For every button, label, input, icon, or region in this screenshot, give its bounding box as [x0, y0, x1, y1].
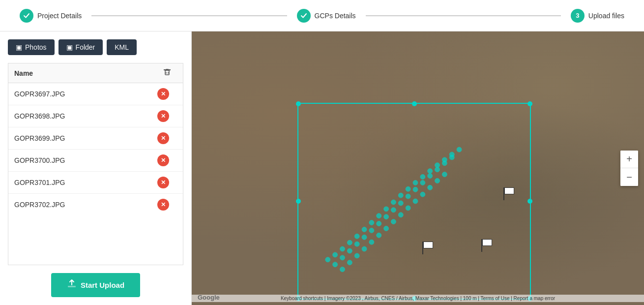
table-row: GOPR3701.JPG	[8, 172, 183, 194]
column-name-header: Name	[14, 69, 157, 77]
remove-button-5[interactable]	[157, 199, 169, 211]
google-logo: Google	[198, 294, 220, 301]
table-header: Name	[8, 63, 183, 83]
folder-label: Folder	[76, 43, 95, 51]
remove-button-0[interactable]	[157, 88, 169, 100]
step-gcps-details: GCPs Details	[297, 9, 356, 23]
stepper-header: Project Details GCPs Details 3 Upload fi…	[0, 0, 644, 31]
table-row: GOPR3698.JPG	[8, 105, 183, 127]
zoom-in-button[interactable]: +	[620, 151, 638, 168]
step-2-label: GCPs Details	[315, 12, 356, 20]
attribution-text: Keyboard shortcuts | Imagery ©2023 , Air…	[281, 296, 555, 301]
file-name: GOPR3699.JPG	[14, 134, 157, 142]
step-check-1	[20, 9, 33, 23]
kml-button[interactable]: KML	[107, 39, 137, 55]
zoom-out-button[interactable]: −	[620, 168, 638, 186]
remove-file-1[interactable]	[157, 110, 177, 122]
file-name: GOPR3698.JPG	[14, 112, 157, 120]
file-name: GOPR3697.JPG	[14, 90, 157, 98]
zoom-controls: + −	[620, 151, 638, 186]
remove-button-1[interactable]	[157, 110, 169, 122]
step-upload-files: 3 Upload files	[571, 9, 624, 23]
file-table: Name GOPR3697.JPG	[8, 63, 183, 265]
remove-file-3[interactable]	[157, 154, 177, 166]
step-3-label: Upload files	[588, 12, 624, 20]
delete-all-icon[interactable]	[157, 67, 177, 79]
remove-file-0[interactable]	[157, 88, 177, 100]
start-upload-button[interactable]: Start Upload	[51, 273, 140, 297]
table-row: GOPR3699.JPG	[8, 127, 183, 150]
remove-button-2[interactable]	[157, 132, 169, 144]
file-list: GOPR3697.JPG GOPR3698.JPG GOPR3699.JPG	[8, 83, 183, 265]
photos-label: Photos	[25, 43, 47, 51]
file-name: GOPR3700.JPG	[14, 156, 157, 164]
svg-rect-3	[68, 286, 76, 287]
map-texture	[192, 31, 644, 305]
file-name: GOPR3701.JPG	[14, 179, 157, 186]
remove-file-5[interactable]	[157, 199, 177, 211]
main-content: ▣ Photos ▣ Folder KML Name	[0, 31, 644, 305]
map-attribution: Google Keyboard shortcuts | Imagery ©202…	[192, 295, 644, 302]
remove-button-3[interactable]	[157, 154, 169, 166]
folder-icon: ▣	[66, 43, 73, 51]
step-1-label: Project Details	[37, 12, 82, 20]
photos-icon: ▣	[16, 43, 22, 51]
table-row: GOPR3702.JPG	[8, 194, 183, 215]
photos-button[interactable]: ▣ Photos	[8, 39, 55, 55]
table-row: GOPR3700.JPG	[8, 150, 183, 172]
remove-file-4[interactable]	[157, 177, 177, 188]
kml-label: KML	[115, 43, 129, 51]
remove-file-2[interactable]	[157, 132, 177, 144]
file-type-buttons: ▣ Photos ▣ Folder KML	[8, 39, 183, 55]
step-line-1	[91, 15, 287, 16]
left-panel: ▣ Photos ▣ Folder KML Name	[0, 31, 192, 305]
file-name: GOPR3702.JPG	[14, 201, 157, 209]
step-number-3: 3	[571, 9, 585, 23]
upload-label: Start Upload	[81, 281, 124, 289]
remove-button-4[interactable]	[157, 177, 169, 188]
upload-icon	[67, 279, 77, 291]
step-line-2	[366, 15, 561, 16]
map-container[interactable]: Google Keyboard shortcuts | Imagery ©202…	[192, 31, 644, 305]
map-background: Google Keyboard shortcuts | Imagery ©202…	[192, 31, 644, 305]
step-check-2	[297, 9, 311, 23]
table-row: GOPR3697.JPG	[8, 83, 183, 105]
upload-button-row: Start Upload	[8, 273, 183, 297]
folder-button[interactable]: ▣ Folder	[59, 39, 103, 55]
step-project-details: Project Details	[20, 9, 82, 23]
